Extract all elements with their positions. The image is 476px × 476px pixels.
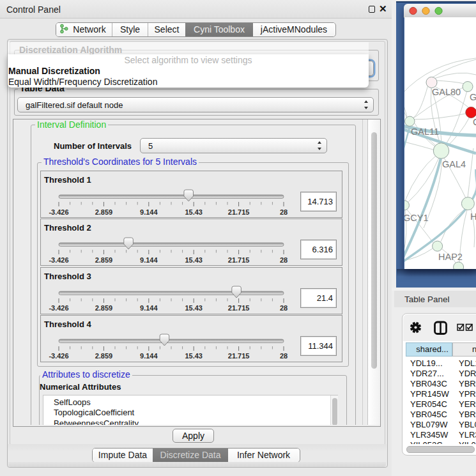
svg-text:GCY1: GCY1 xyxy=(404,213,429,223)
svg-text:H: H xyxy=(470,211,476,222)
svg-text:GA: GA xyxy=(470,92,476,102)
svg-text:GAL80: GAL80 xyxy=(432,87,461,97)
svg-text:HAP2: HAP2 xyxy=(438,252,463,262)
svg-text:GAL4: GAL4 xyxy=(442,159,466,169)
svg-text:GAL11: GAL11 xyxy=(411,127,439,137)
svg-text:C: C xyxy=(473,117,476,127)
